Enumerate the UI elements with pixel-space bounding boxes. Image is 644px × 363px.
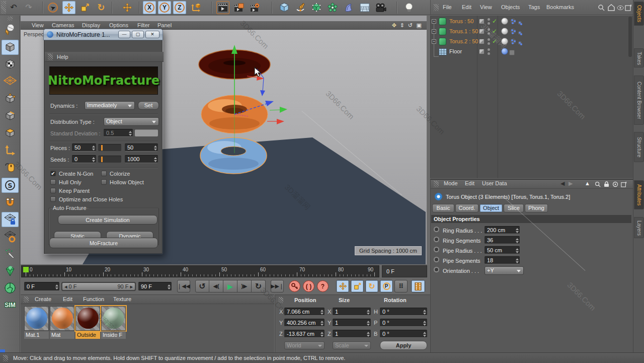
world-dropdown[interactable]: World — [284, 341, 325, 349]
material-menu-function[interactable]: Function — [83, 296, 104, 302]
minimize-button[interactable]: — — [118, 31, 130, 38]
orientation-key-dot[interactable] — [434, 267, 439, 272]
timeline-window-button[interactable] — [411, 280, 425, 293]
enabled-checkmark[interactable]: ✓ — [492, 38, 497, 45]
object-row-torus1[interactable]: + Torus.1 : 50 ✓ — [431, 27, 633, 37]
redo-button[interactable]: ↷ — [22, 1, 35, 14]
om-scrollbar[interactable] — [628, 17, 632, 57]
coordinate-system-button[interactable] — [189, 1, 202, 14]
material-tag[interactable] — [501, 28, 508, 35]
material-tag[interactable] — [501, 38, 508, 45]
size-x-field[interactable]: 1 — [333, 308, 371, 316]
points-mode-button[interactable] — [2, 91, 19, 106]
axis-x-arrow[interactable] — [277, 119, 284, 124]
rotate-tool-button[interactable]: ↻ — [95, 1, 108, 14]
spinner[interactable] — [153, 157, 157, 162]
new-window-icon[interactable] — [621, 181, 627, 187]
render-view-button[interactable] — [216, 1, 229, 14]
seeds-field[interactable]: 0 — [72, 155, 96, 163]
axis-lock-y-button[interactable]: Y — [158, 1, 171, 14]
optimize-checkbox[interactable] — [50, 196, 56, 202]
search-icon[interactable] — [595, 181, 601, 187]
om-menu-tags[interactable]: Tags — [528, 4, 540, 10]
spinner[interactable] — [55, 284, 58, 289]
stddev-field[interactable]: 0.5 — [104, 129, 133, 137]
search-icon[interactable] — [598, 4, 605, 11]
rot-p-field[interactable]: 0 ° — [380, 319, 427, 327]
key-rotation-toggle[interactable]: ↻ — [365, 280, 378, 293]
object-name[interactable]: Torus : 50 — [449, 18, 473, 24]
om-menu-bookmarks[interactable]: Bookmarks — [546, 4, 574, 10]
seeds-max-field[interactable]: 1000 — [125, 155, 158, 163]
keyframe-selection-button[interactable]: ? — [317, 280, 329, 292]
distribution-dropdown[interactable]: Object — [104, 117, 159, 126]
tab-slice[interactable]: Slice — [504, 204, 524, 212]
frame-range-slider[interactable]: ◂ 0 F 90 F ▸ — [61, 282, 136, 291]
editor-visibility-dot[interactable] — [488, 18, 490, 21]
dynamics-tag[interactable] — [517, 40, 523, 46]
axis-z-arrow[interactable] — [265, 101, 274, 106]
pipe-radius-key-dot[interactable] — [434, 247, 439, 252]
editable-mesh-button[interactable] — [310, 1, 323, 14]
hull-only-checkbox[interactable] — [50, 179, 56, 185]
om-menu-file[interactable]: File — [443, 4, 452, 10]
material-name-active[interactable]: Outside — [75, 331, 100, 339]
prev-key-button[interactable]: ↺ — [195, 280, 209, 293]
spinner[interactable] — [423, 310, 426, 315]
magnet-button[interactable] — [2, 195, 19, 210]
tab-content-browser[interactable]: Content Browser — [634, 76, 644, 125]
om-menu-edit[interactable]: Edit — [462, 4, 471, 10]
viewport-menu-panel[interactable]: Panel — [157, 22, 172, 28]
editor-visibility-dot[interactable] — [488, 38, 490, 41]
spinner[interactable] — [515, 248, 519, 253]
hollow-object-checkbox[interactable] — [101, 179, 107, 185]
rot-h-field[interactable]: 0 ° — [380, 308, 427, 316]
undo-button[interactable]: ↶ — [7, 1, 20, 14]
apply-button[interactable]: Apply — [380, 341, 427, 350]
spinner[interactable] — [423, 332, 426, 337]
am-menu-edit[interactable]: Edit — [465, 180, 474, 186]
spinner[interactable] — [515, 258, 519, 263]
deformer-button[interactable] — [342, 1, 355, 14]
compositing-tag[interactable] — [501, 48, 508, 55]
colorize-checkbox[interactable] — [101, 171, 107, 176]
viewport-menu-view[interactable]: View — [32, 22, 44, 28]
axis-lock-z-button[interactable]: Z — [173, 1, 186, 14]
tab-phong[interactable]: Phong — [525, 204, 548, 212]
dynamics-tag[interactable] — [510, 18, 517, 25]
dynamics-tag[interactable] — [510, 38, 517, 45]
polygons-mode-button[interactable] — [2, 125, 19, 140]
lock-icon[interactable] — [604, 181, 609, 187]
pieces-field[interactable]: 50 — [72, 143, 96, 152]
tab-structure[interactable]: Structure — [634, 132, 644, 162]
key-scale-toggle[interactable] — [351, 280, 364, 293]
object-properties-header[interactable]: Object Properties — [431, 215, 631, 223]
camera-button[interactable] — [374, 1, 387, 14]
tab-coord[interactable]: Coord. — [455, 204, 478, 212]
viewport-rotate-icon[interactable]: ↺ — [408, 22, 413, 29]
size-z-field[interactable]: 1 — [333, 330, 371, 338]
key-parameter-toggle[interactable]: P — [380, 280, 393, 293]
enabled-checkmark[interactable]: ✓ — [492, 28, 497, 35]
layer-icon[interactable] — [479, 39, 485, 44]
next-frame-button[interactable]: )▶ — [237, 280, 252, 293]
pipe-radius-field[interactable]: 50 cm — [485, 246, 520, 254]
viewport-menu-options[interactable]: Options — [109, 22, 128, 28]
goto-end-button[interactable]: ▶▶❘ — [271, 280, 284, 293]
editor-visibility-dot[interactable] — [488, 48, 490, 51]
workplane-link-button[interactable] — [2, 229, 19, 244]
create-simulation-button[interactable]: Create Simulation — [58, 215, 157, 225]
object-name[interactable]: Floor — [449, 48, 462, 54]
spline-pen-button[interactable] — [294, 1, 307, 14]
paint-tool-button[interactable] — [2, 246, 19, 261]
environment-button[interactable] — [358, 1, 371, 14]
spinner[interactable] — [92, 146, 95, 151]
rot-b-field[interactable]: 0 ° — [380, 330, 427, 338]
spinner[interactable] — [366, 332, 370, 337]
tab-attributes[interactable]: Attributes — [634, 180, 644, 209]
spinner[interactable] — [320, 310, 324, 315]
ring-segments-key-dot[interactable] — [434, 237, 439, 242]
light-button[interactable] — [403, 1, 416, 14]
prev-frame-button[interactable]: ◀( — [209, 280, 223, 293]
pipe-segments-key-dot[interactable] — [434, 257, 439, 262]
